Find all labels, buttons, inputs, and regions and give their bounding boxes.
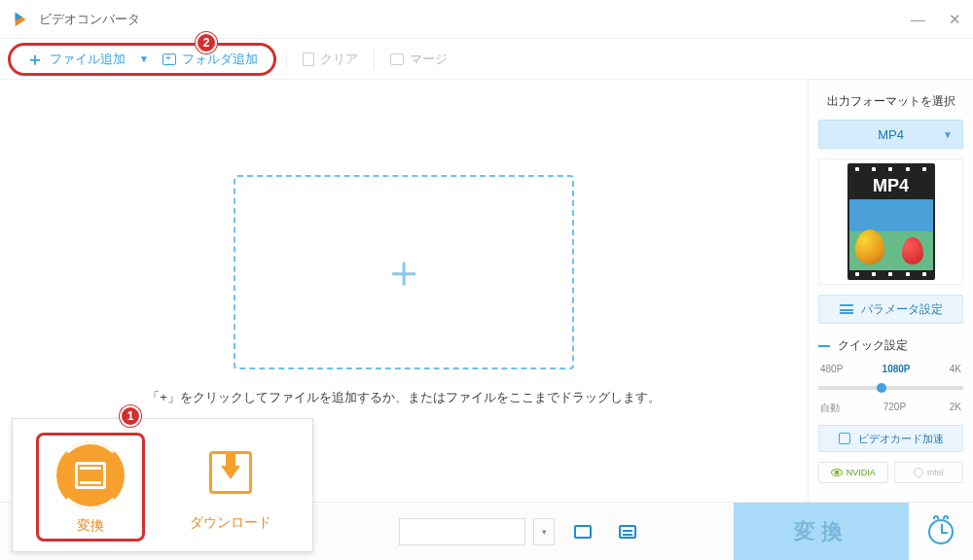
parameter-settings-button[interactable]: パラメータ設定: [818, 295, 963, 324]
resolution-labels-bottom: 自動 720P 2K: [818, 402, 963, 415]
vendor-nvidia[interactable]: NVIDIA: [818, 462, 888, 483]
dash-icon: [818, 345, 830, 347]
gpu-accel-label: ビデオカード加速: [858, 432, 944, 446]
res-480p: 480P: [820, 364, 843, 374]
clear-button[interactable]: クリア: [297, 47, 364, 72]
vendor-nvidia-label: NVIDIA: [847, 468, 876, 477]
res-1080p: 1080P: [883, 364, 911, 374]
download-mode-icon: [197, 438, 265, 507]
mode-download-label: ダウンロード: [190, 514, 271, 532]
res-auto: 自動: [820, 402, 840, 415]
add-file-label: ファイル追加: [50, 51, 126, 68]
minimize-button[interactable]: ―: [911, 11, 925, 28]
mode-convert-label: 変換: [77, 517, 104, 535]
subtitle-icon: [619, 525, 636, 539]
dropzone-hint: 「+」をクリックしてファイルを追加するか、またはファイルをここまでドラッグします…: [147, 389, 661, 406]
chevron-down-icon: ▼: [943, 129, 953, 140]
open-folder-button[interactable]: [566, 518, 599, 545]
toolbar-divider: [374, 49, 375, 70]
add-file-dropdown[interactable]: ▼: [139, 53, 149, 64]
format-selected-label: MP4: [878, 127, 904, 142]
quick-settings-header: クイック設定: [818, 337, 963, 354]
res-4k: 4K: [950, 364, 961, 374]
dropzone[interactable]: ＋: [234, 175, 574, 369]
vendor-intel-label: Intel: [927, 468, 944, 477]
trash-icon: [303, 52, 314, 66]
quick-settings-label: クイック設定: [838, 337, 908, 354]
mode-tabs: 1 変換 ダウンロード: [12, 418, 313, 552]
plus-icon: ＋: [26, 51, 44, 68]
add-buttons-group: 2 ＋ ファイル追加 ▼ フォルダ追加: [8, 43, 276, 76]
sliders-icon: [840, 304, 853, 314]
convert-button-label: 変換: [794, 517, 848, 546]
subtitle-button[interactable]: [611, 518, 644, 545]
window-title: ビデオコンバータ: [39, 11, 911, 28]
dropzone-plus-icon: ＋: [381, 242, 426, 302]
clear-label: クリア: [320, 51, 358, 68]
convert-button[interactable]: 変換: [734, 503, 909, 561]
titlebar: ビデオコンバータ ― ✕: [0, 0, 973, 39]
output-format-title: 出力フォーマットを選択: [818, 93, 963, 110]
add-folder-label: フォルダ追加: [182, 51, 258, 68]
vendor-intel[interactable]: Intel: [894, 462, 964, 483]
gpu-accel-button[interactable]: ビデオカード加速: [818, 425, 963, 452]
parameter-settings-label: パラメータ設定: [861, 301, 943, 318]
app-logo-icon: [12, 11, 29, 28]
format-selector[interactable]: MP4 ▼: [818, 120, 963, 149]
output-path-dropdown[interactable]: ▾: [533, 518, 555, 545]
right-panel: 出力フォーマットを選択 MP4 ▼ MP4 パラメータ設定 クイック設定 480…: [808, 80, 973, 502]
alarm-clock-icon: [928, 519, 954, 544]
nvidia-icon: [831, 469, 843, 476]
mode-download-tab[interactable]: ダウンロード: [172, 433, 289, 542]
res-2k: 2K: [950, 402, 961, 415]
folder-open-icon: [574, 525, 592, 539]
res-720p: 720P: [883, 402, 906, 415]
output-path-input[interactable]: [399, 518, 525, 545]
resolution-slider[interactable]: [818, 386, 963, 390]
chip-icon: [839, 433, 850, 444]
intel-icon: [914, 468, 923, 477]
schedule-button[interactable]: [909, 503, 973, 561]
toolbar-divider: [286, 49, 287, 70]
merge-label: マージ: [410, 51, 448, 68]
thumb-image-icon: [849, 199, 933, 270]
annotation-badge-1: 1: [120, 405, 141, 427]
mode-convert-tab[interactable]: 変換: [36, 433, 145, 542]
toolbar: 2 ＋ ファイル追加 ▼ フォルダ追加 クリア マージ: [0, 39, 973, 80]
convert-mode-icon: [56, 441, 125, 509]
add-file-button[interactable]: ＋ ファイル追加: [20, 47, 131, 72]
resolution-labels-top: 480P 1080P 4K: [818, 364, 963, 374]
merge-button[interactable]: マージ: [384, 47, 453, 72]
format-thumbnail: MP4: [818, 158, 963, 285]
merge-icon: [390, 53, 404, 65]
folder-plus-icon: [162, 53, 176, 65]
annotation-badge-2: 2: [196, 32, 217, 53]
thumb-label: MP4: [849, 173, 933, 199]
close-button[interactable]: ✕: [949, 11, 961, 28]
